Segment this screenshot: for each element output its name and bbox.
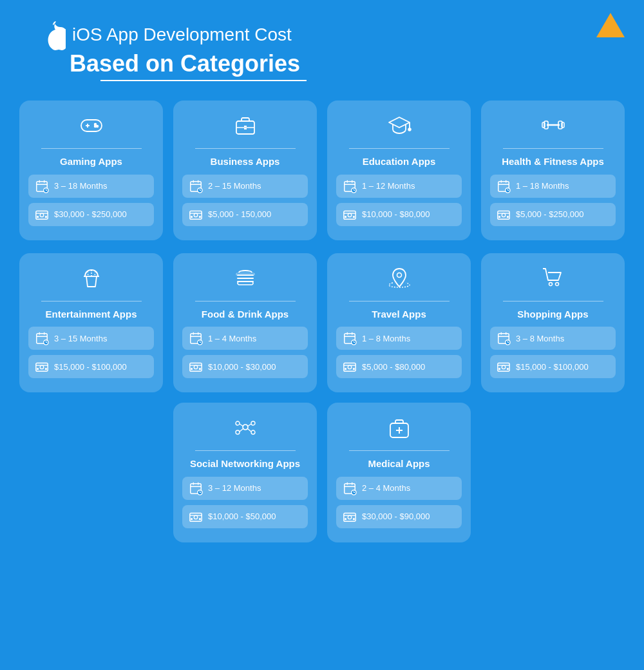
- medical-duration: 2 – 4 Months: [362, 483, 410, 493]
- svg-point-127: [251, 430, 255, 434]
- svg-line-129: [247, 424, 251, 426]
- svg-point-142: [191, 518, 193, 519]
- svg-point-107: [345, 368, 346, 370]
- medical-bag-icon: [386, 413, 412, 441]
- shopping-duration-badge: 3 – 8 Months: [490, 327, 616, 350]
- business-divider: [195, 148, 296, 149]
- svg-point-92: [194, 365, 198, 369]
- svg-rect-54: [562, 122, 564, 128]
- briefcase-icon: [232, 111, 258, 139]
- travel-title: Travel Apps: [372, 308, 426, 321]
- svg-rect-104: [344, 363, 355, 372]
- row3-grid: Social Networking Apps 3 – 12 Months: [0, 392, 644, 555]
- food-card: Food & Drink Apps 1 – 4 Months $10,00: [173, 253, 317, 393]
- shopping-duration: 3 – 8 Months: [516, 334, 564, 343]
- health-cost: $5,000 - $250,000: [516, 209, 584, 219]
- food-divider: [195, 301, 296, 302]
- social-card: Social Networking Apps 3 – 12 Months: [173, 403, 317, 542]
- svg-rect-118: [498, 363, 509, 372]
- svg-rect-82: [238, 282, 253, 285]
- svg-point-80: [37, 368, 39, 370]
- logo-triangle: [596, 13, 625, 37]
- header-title: Based on Categories: [70, 50, 618, 77]
- svg-point-105: [348, 365, 352, 369]
- header: iOS App Development Cost Based on Catego…: [0, 0, 644, 88]
- svg-point-157: [345, 518, 346, 519]
- svg-point-46: [348, 213, 352, 217]
- education-divider: [349, 148, 450, 149]
- dumbbell-icon: [540, 111, 566, 139]
- svg-point-94: [191, 368, 193, 370]
- food-duration: 1 – 4 Months: [208, 334, 256, 343]
- business-cost-badge: $5,000 - 150,000: [182, 203, 308, 226]
- svg-point-15: [40, 213, 44, 217]
- gaming-duration-badge: 3 – 18 Months: [28, 175, 154, 198]
- svg-point-63: [502, 213, 506, 217]
- shopping-cost-badge: $15,000 - $100,000: [490, 355, 616, 378]
- row2-grid: Entertainment Apps 3 – 15 Months $15,: [0, 253, 644, 393]
- travel-duration-badge: 1 – 8 Months: [336, 327, 462, 350]
- shopping-title: Shopping Apps: [517, 308, 588, 321]
- health-cost-badge: $5,000 - $250,000: [490, 203, 616, 226]
- shopping-card: Shopping Apps 3 – 8 Months $15,000 -: [481, 253, 625, 393]
- row1-grid: Gaming Apps 3 – 18 Months $30,000 - $: [0, 88, 644, 253]
- social-cost-badge: $10,000 - $50,000: [182, 505, 308, 528]
- svg-point-124: [236, 421, 240, 425]
- health-duration: 1 – 18 Months: [516, 181, 569, 191]
- svg-marker-35: [389, 117, 410, 128]
- entertainment-card: Entertainment Apps 3 – 15 Months $15,: [19, 253, 163, 393]
- entertainment-cost-badge: $15,000 - $100,000: [28, 355, 154, 378]
- svg-point-155: [348, 515, 352, 519]
- graduation-icon: [386, 111, 412, 139]
- svg-point-110: [555, 282, 558, 285]
- svg-point-81: [46, 368, 47, 370]
- svg-point-6: [94, 126, 96, 128]
- gaming-cost-badge: $30,000 - $250,000: [28, 203, 154, 226]
- education-cost: $10,000 - $80,000: [362, 209, 430, 219]
- svg-point-122: [507, 368, 509, 370]
- svg-line-131: [247, 428, 251, 432]
- health-divider: [503, 148, 603, 149]
- food-cost-badge: $10,000 - $30,000: [182, 355, 308, 378]
- svg-line-128: [240, 424, 243, 426]
- entertainment-divider: [41, 301, 142, 302]
- svg-rect-91: [190, 363, 202, 372]
- svg-point-42: [352, 187, 356, 192]
- svg-point-37: [408, 128, 411, 131]
- header-underline: [100, 80, 307, 81]
- apple-icon: [39, 19, 66, 50]
- svg-rect-45: [344, 211, 355, 219]
- food-title: Food & Drink Apps: [202, 308, 289, 321]
- svg-line-68: [88, 271, 88, 276]
- svg-point-140: [194, 515, 198, 519]
- travel-divider: [349, 301, 450, 302]
- education-cost-badge: $10,000 - $80,000: [336, 203, 462, 226]
- svg-point-49: [354, 216, 355, 217]
- medical-card: Medical Apps 2 – 4 Months $30,000 - $: [327, 403, 471, 542]
- social-cost: $10,000 - $50,000: [208, 512, 276, 521]
- network-icon: [232, 413, 258, 441]
- medical-divider: [349, 450, 450, 451]
- svg-rect-30: [190, 211, 202, 219]
- row3-spacer-right: [481, 403, 625, 542]
- svg-point-48: [345, 216, 346, 217]
- business-title: Business Apps: [211, 155, 280, 168]
- gaming-card: Gaming Apps 3 – 18 Months $30,000 - $: [19, 100, 163, 240]
- svg-point-66: [507, 216, 509, 217]
- svg-point-123: [243, 425, 248, 430]
- cart-icon: [540, 263, 566, 292]
- svg-point-95: [200, 368, 201, 370]
- svg-point-125: [251, 421, 255, 425]
- svg-line-69: [95, 271, 95, 276]
- shopping-cost: $15,000 - $100,000: [516, 362, 589, 372]
- travel-duration: 1 – 8 Months: [362, 334, 410, 343]
- social-divider: [195, 450, 296, 451]
- svg-point-78: [40, 365, 44, 369]
- svg-line-130: [240, 428, 243, 432]
- svg-point-119: [502, 365, 506, 369]
- gaming-cost: $30,000 - $250,000: [54, 209, 127, 219]
- svg-point-31: [194, 213, 198, 217]
- travel-cost: $5,000 - $80,000: [362, 362, 425, 372]
- health-duration-badge: 1 – 18 Months: [490, 175, 616, 198]
- svg-point-109: [549, 282, 552, 285]
